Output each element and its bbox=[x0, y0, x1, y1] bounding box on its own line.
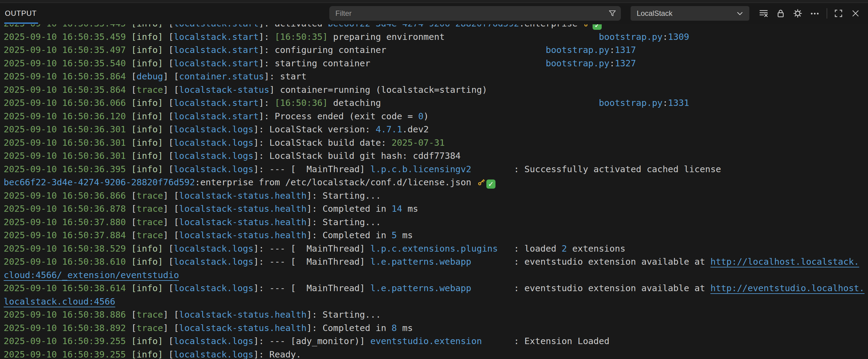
log-link[interactable]: http://eventstudio.localhost. bbox=[710, 283, 864, 293]
log-text: Starting... bbox=[322, 217, 381, 227]
log-text: container.status bbox=[179, 71, 264, 81]
log-text: ]: bbox=[307, 203, 322, 214]
log-text: localstack.start bbox=[174, 98, 259, 108]
log-text: ]: bbox=[253, 124, 269, 134]
log-text: ]: bbox=[259, 98, 275, 108]
filter-options-button[interactable] bbox=[607, 8, 618, 19]
log-text: [ bbox=[168, 45, 174, 55]
log-text: ] bbox=[163, 191, 174, 201]
log-text: trace bbox=[137, 191, 163, 201]
close-panel-button[interactable] bbox=[850, 8, 861, 19]
filter-field bbox=[329, 6, 621, 21]
log-text: 2025-09-10 16:50:36.120 bbox=[4, 111, 131, 121]
clear-output-button[interactable] bbox=[758, 8, 769, 19]
tab-output[interactable]: OUTPUT bbox=[4, 3, 38, 24]
log-text: start bbox=[280, 71, 307, 81]
lock-icon bbox=[775, 8, 786, 19]
log-text: localstack-status.health bbox=[179, 203, 307, 214]
log-text: l.p.c.b.licensingv2 bbox=[370, 164, 471, 174]
log-line: 2025-09-10 16:50:38.886 [trace] [localst… bbox=[4, 308, 868, 322]
log-text: eventstudio.extension bbox=[370, 336, 482, 346]
log-text: Completed in bbox=[322, 323, 392, 333]
log-text: [ bbox=[168, 124, 174, 134]
log-line: localstack.cloud:4566 bbox=[4, 295, 868, 308]
log-text: bec66f22-3d4e-4274-9206-28820f76d592 bbox=[328, 24, 519, 29]
log-text: ] bbox=[269, 85, 280, 95]
log-text: 2025-09-10 16:50:35.445 bbox=[4, 24, 131, 29]
log-text: ] bbox=[163, 309, 174, 320]
log-text: --- [ MainThread] bbox=[269, 164, 370, 174]
log-text: ] bbox=[163, 323, 174, 333]
log-text: 2025-07-31 bbox=[392, 137, 445, 148]
log-padding bbox=[471, 283, 514, 293]
log-text: trace bbox=[137, 230, 163, 240]
log-text: [info] bbox=[131, 58, 168, 68]
lock-scroll-button[interactable] bbox=[775, 8, 786, 19]
log-line-partial: 2025-09-10 16:50:35.445 [info] [localsta… bbox=[4, 24, 868, 30]
log-link[interactable]: cloud:4566/_extension/eventstudio bbox=[4, 270, 179, 280]
more-actions-button[interactable] bbox=[809, 8, 820, 19]
log-text: localstack.start bbox=[174, 32, 259, 42]
log-text: ]: bbox=[307, 309, 322, 320]
log-text: [ bbox=[168, 98, 174, 108]
log-text: ]: bbox=[253, 243, 269, 254]
log-text: bootstrap.py bbox=[599, 98, 663, 108]
log-text: 2025-09-10 16:50:36.395 bbox=[4, 164, 131, 174]
log-line: bec66f22-3d4e-4274-9206-28820f76d592:ent… bbox=[4, 176, 868, 189]
log-text: 5 bbox=[392, 230, 397, 240]
log-text: Completed in bbox=[322, 203, 392, 214]
log-text: extensions bbox=[567, 243, 625, 254]
log-text: [ bbox=[168, 164, 174, 174]
log-text: localstack-status bbox=[179, 85, 269, 95]
log-text: [ bbox=[168, 243, 174, 254]
log-line: 2025-09-10 16:50:35.864 [trace] [localst… bbox=[4, 84, 868, 97]
log-text: trace bbox=[137, 309, 163, 320]
log-text: [ bbox=[168, 111, 174, 121]
log-text: 1309 bbox=[668, 32, 689, 42]
log-link[interactable]: localstack.cloud:4566 bbox=[4, 296, 115, 307]
log-text: ]: bbox=[253, 137, 269, 148]
log-text: [16:50:36] bbox=[275, 98, 328, 108]
log-text: ) bbox=[423, 111, 429, 121]
log-text: localstack-status.health bbox=[179, 230, 307, 240]
log-text: ]: bbox=[259, 45, 275, 55]
log-text: Ready. bbox=[269, 349, 301, 359]
maximize-panel-button[interactable] bbox=[833, 8, 844, 19]
log-text: detaching bbox=[328, 98, 381, 108]
log-text: : Successfully activated cached license bbox=[514, 164, 721, 174]
log-text: [ bbox=[168, 349, 174, 359]
filter-input[interactable] bbox=[329, 6, 621, 21]
log-text: preparing environment bbox=[328, 32, 445, 42]
log-text: 1317 bbox=[615, 45, 636, 55]
log-text: [info] bbox=[131, 24, 168, 29]
log-text: : loaded bbox=[514, 243, 561, 254]
log-output[interactable]: 2025-09-10 16:50:35.445 [info] [localsta… bbox=[0, 24, 868, 359]
log-text: ]: bbox=[253, 336, 269, 346]
log-text: 2025-09-10 16:50:36.866 bbox=[4, 191, 131, 201]
log-text: [ bbox=[131, 230, 136, 240]
log-text: [info] bbox=[131, 349, 168, 359]
log-link[interactable]: http://localhost.localstack. bbox=[710, 257, 859, 267]
log-padding bbox=[471, 257, 514, 267]
filter-icon bbox=[608, 9, 617, 18]
channel-select[interactable]: LocalStack bbox=[630, 6, 749, 21]
log-text: 14 bbox=[392, 203, 402, 214]
ellipsis-icon bbox=[810, 8, 820, 19]
log-text: 2025-09-10 16:50:38.892 bbox=[4, 323, 131, 333]
log-text: [info] bbox=[131, 137, 168, 148]
log-padding bbox=[370, 58, 546, 68]
log-text: [ bbox=[168, 58, 174, 68]
log-text: [ bbox=[174, 323, 179, 333]
log-line: 2025-09-10 16:50:35.540 [info] [localsta… bbox=[4, 57, 868, 70]
log-text: : bbox=[609, 58, 615, 68]
log-text: ] bbox=[163, 230, 174, 240]
log-text: trace bbox=[137, 203, 163, 214]
log-padding bbox=[386, 45, 546, 55]
log-text: ]: bbox=[307, 191, 322, 201]
log-text: [ bbox=[168, 24, 174, 29]
log-text: [ bbox=[131, 71, 136, 81]
log-line: 2025-09-10 16:50:36.301 [info] [localsta… bbox=[4, 123, 868, 136]
log-text: bec66f22-3d4e-4274-9206-28820f76d592 bbox=[4, 177, 195, 187]
log-padding bbox=[498, 243, 514, 254]
settings-button[interactable] bbox=[792, 8, 804, 19]
